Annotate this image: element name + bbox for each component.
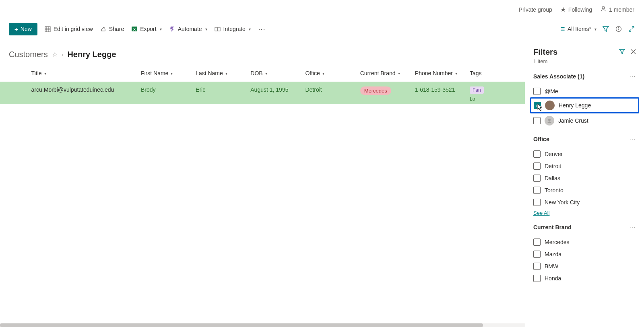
filter-option-nyc[interactable]: New York City <box>533 196 636 208</box>
star-outline-icon[interactable]: ☆ <box>52 51 58 58</box>
filter-group-title: Current Brand <box>533 224 572 230</box>
chevron-down-icon: ▾ <box>455 71 457 76</box>
checkbox[interactable] <box>533 88 541 95</box>
filter-option-bmw[interactable]: BMW <box>533 260 636 272</box>
column-header-last-name[interactable]: Last Name▾ <box>196 70 250 76</box>
checkbox[interactable] <box>533 175 541 182</box>
checkbox[interactable] <box>533 162 541 170</box>
chevron-down-icon: ▾ <box>265 71 267 76</box>
cell-brand: Mercedes <box>360 86 415 95</box>
checkbox[interactable] <box>533 239 541 246</box>
filter-option-me[interactable]: @Me <box>533 85 636 97</box>
members-button[interactable]: 1 member <box>600 6 634 13</box>
checkbox[interactable] <box>533 150 541 158</box>
breadcrumb: Customers ☆ › Henry Legge <box>0 39 525 65</box>
filter-option-mazda[interactable]: Mazda <box>533 248 636 260</box>
filter-option-dallas[interactable]: Dallas <box>533 172 636 184</box>
table-row[interactable]: arcu.Morbi@vulputateduinec.edu Brody Eri… <box>0 82 525 104</box>
svg-point-12 <box>618 27 619 28</box>
share-label: Share <box>109 26 124 32</box>
chevron-down-icon: ▾ <box>398 71 400 76</box>
view-selector[interactable]: ☰ All Items* ▾ <box>560 26 597 32</box>
following-toggle[interactable]: ★ Following <box>560 6 592 13</box>
column-header-phone[interactable]: Phone Number▾ <box>415 70 470 76</box>
cell-first-name: Brody <box>141 86 196 93</box>
tag-pill: Fan <box>470 86 484 94</box>
breadcrumb-root[interactable]: Customers <box>9 50 48 59</box>
chevron-down-icon: ▾ <box>322 71 324 76</box>
export-label: Export <box>140 26 156 32</box>
info-pane-toggle[interactable] <box>615 25 622 33</box>
filter-option-honda[interactable]: Honda <box>533 272 636 284</box>
column-header-dob[interactable]: DOB▾ <box>250 70 305 76</box>
filter-group-more-button[interactable]: ⋯ <box>630 136 636 142</box>
edit-grid-button[interactable]: Edit in grid view <box>45 26 93 32</box>
horizontal-scrollbar[interactable] <box>0 323 525 327</box>
more-commands-button[interactable]: ⋯ <box>258 25 266 33</box>
checkbox[interactable] <box>533 263 541 270</box>
cell-last-name: Eric <box>196 86 250 93</box>
filter-group-more-button[interactable]: ⋯ <box>630 73 636 80</box>
checkbox[interactable] <box>533 117 541 124</box>
grid-icon <box>45 26 51 32</box>
column-header-brand[interactable]: Current Brand▾ <box>360 70 415 76</box>
svg-point-15 <box>548 119 551 121</box>
cell-tags: Fan Lo <box>470 86 516 102</box>
cell-phone: 1-618-159-3521 <box>415 86 470 93</box>
site-header: Private group ★ Following 1 member <box>0 0 644 19</box>
svg-point-0 <box>602 6 605 9</box>
automate-button[interactable]: Automate ▾ <box>169 26 207 32</box>
cell-title[interactable]: arcu.Morbi@vulputateduinec.edu <box>31 86 141 93</box>
view-icon: ☰ <box>560 26 565 32</box>
share-button[interactable]: Share <box>100 26 124 32</box>
expand-icon[interactable] <box>628 25 635 33</box>
person-icon <box>600 6 607 13</box>
filter-panel-title: Filters <box>533 47 557 57</box>
column-header-office[interactable]: Office▾ <box>305 70 360 76</box>
checkbox[interactable] <box>533 275 541 282</box>
filter-option-henry-legge[interactable]: ✓ Henry Legge <box>530 97 639 113</box>
filter-group-more-button[interactable]: ⋯ <box>630 224 636 230</box>
chevron-down-icon: ▾ <box>594 27 597 31</box>
filter-group-title: Office <box>533 136 549 142</box>
column-headers: Title▾ First Name▾ Last Name▾ DOB▾ Offic… <box>0 65 525 82</box>
avatar <box>545 101 555 110</box>
integrate-icon <box>215 26 221 32</box>
svg-text:X: X <box>133 27 136 31</box>
see-all-link[interactable]: See All <box>533 210 549 216</box>
chevron-down-icon: ▾ <box>171 71 173 76</box>
checkbox[interactable] <box>533 187 541 194</box>
column-header-tags[interactable]: Tags <box>470 70 516 76</box>
filter-option-mercedes[interactable]: Mercedes <box>533 236 636 248</box>
filter-group-brand: Current Brand ⋯ Mercedes Mazda BMW Honda <box>533 224 636 284</box>
filter-pane-toggle[interactable] <box>602 25 609 33</box>
tag-text: Lo <box>470 96 516 102</box>
export-button[interactable]: X Export ▾ <box>131 26 161 32</box>
checkbox[interactable] <box>533 199 541 206</box>
checkbox-checked[interactable]: ✓ <box>534 102 541 109</box>
column-header-first-name[interactable]: First Name▾ <box>141 70 196 76</box>
chevron-down-icon: ▾ <box>44 71 46 76</box>
svg-rect-1 <box>45 27 50 32</box>
column-header-title[interactable]: Title▾ <box>31 70 141 76</box>
scrollbar-thumb[interactable] <box>0 323 483 327</box>
new-button[interactable]: + New <box>9 23 37 35</box>
checkbox[interactable] <box>533 251 541 258</box>
close-icon[interactable] <box>631 49 636 56</box>
avatar <box>545 116 554 125</box>
filter-option-toronto[interactable]: Toronto <box>533 184 636 196</box>
clear-filters-icon[interactable] <box>619 49 625 56</box>
integrate-button[interactable]: Integrate ▾ <box>215 26 251 32</box>
share-icon <box>100 26 107 32</box>
breadcrumb-current: Henry Legge <box>67 50 116 59</box>
integrate-label: Integrate <box>223 26 246 32</box>
filter-option-jamie-crust[interactable]: Jamie Crust <box>533 113 636 128</box>
automate-icon <box>169 26 175 32</box>
excel-icon: X <box>131 26 138 32</box>
star-filled-icon: ★ <box>560 6 566 13</box>
chevron-down-icon: ▾ <box>160 27 162 31</box>
chevron-down-icon: ▾ <box>249 27 251 31</box>
filter-option-detroit[interactable]: Detroit <box>533 160 636 172</box>
filter-option-denver[interactable]: Denver <box>533 148 636 160</box>
chevron-down-icon: ▾ <box>225 71 227 76</box>
